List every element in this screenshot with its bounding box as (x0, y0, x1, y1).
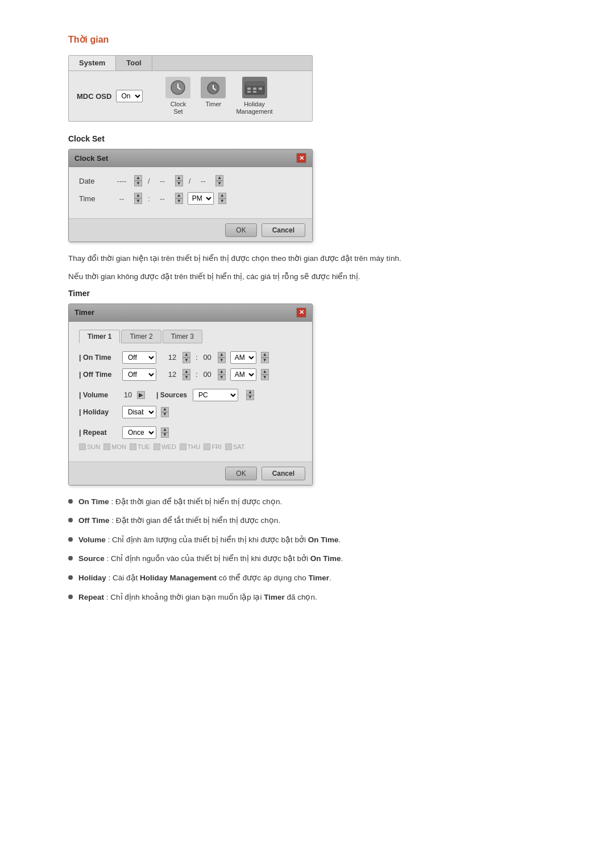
on-time-spin2-up[interactable]: ▲ (218, 352, 226, 358)
ampm-spin-down[interactable]: ▼ (218, 198, 226, 204)
time-field-row: Time -- ▲ ▼ : -- ▲ ▼ PM AM ▲ ▼ (79, 192, 302, 205)
clock-set-cancel-button[interactable]: Cancel (262, 223, 305, 237)
clock-icon (165, 77, 190, 98)
time-spin1-up[interactable]: ▲ (134, 193, 142, 198)
sources-spin-down[interactable]: ▼ (246, 395, 254, 400)
holiday-mgmt-icon-item[interactable]: HolidayManagement (236, 77, 272, 115)
off-time-spin2-down[interactable]: ▼ (218, 375, 226, 380)
timer-icon-item[interactable]: Timer (201, 77, 226, 115)
off-time-spin1-down[interactable]: ▼ (182, 375, 190, 380)
off-time-label: | Off Time (79, 371, 119, 379)
day-sun: SUN (79, 443, 100, 450)
day-wed-checkbox[interactable] (154, 443, 160, 450)
day-thu-checkbox[interactable] (180, 443, 186, 450)
time-spin1-down[interactable]: ▼ (134, 198, 142, 204)
date-sep2: / (189, 177, 191, 185)
date-spin3[interactable]: ▲ ▼ (215, 175, 223, 186)
date-spin1-up[interactable]: ▲ (134, 175, 142, 181)
volume-right-arrow[interactable]: ▶ (137, 391, 145, 399)
ampm-spin[interactable]: ▲ ▼ (218, 193, 226, 204)
timer-tab-3[interactable]: Timer 3 (163, 330, 202, 343)
bullet-source: Source : Chỉ định nguồn vào của thiết bị… (68, 553, 546, 565)
date-spin1-down[interactable]: ▼ (134, 181, 142, 186)
day-mon-checkbox[interactable] (103, 443, 110, 450)
repeat-row: | Repeat Once Daily Weekly ▲ ▼ (79, 426, 302, 439)
on-time-ampm[interactable]: AM PM (230, 351, 256, 364)
off-time-ampm-down[interactable]: ▼ (261, 375, 269, 380)
on-time-ampm-up[interactable]: ▲ (261, 352, 269, 358)
off-time-spin2[interactable]: ▲ ▼ (218, 369, 226, 380)
mdc-select[interactable]: On Off (116, 90, 143, 102)
sources-spin[interactable]: ▲ ▼ (246, 390, 253, 400)
on-time-spin1[interactable]: ▲ ▼ (182, 352, 190, 363)
timer-cancel-button[interactable]: Cancel (262, 467, 305, 480)
date-val3: -- (195, 177, 211, 185)
clock-set-icon-item[interactable]: ClockSet (165, 77, 190, 115)
day-fri-checkbox[interactable] (204, 443, 210, 450)
time-spin2-up[interactable]: ▲ (175, 193, 183, 198)
holiday-select[interactable]: Disable Enable (122, 406, 156, 418)
bullet-holiday: Holiday : Cài đặt Holiday Management có … (68, 572, 546, 584)
on-time-spin2-down[interactable]: ▼ (218, 358, 226, 363)
date-spin3-up[interactable]: ▲ (215, 175, 223, 181)
time-spin2-down[interactable]: ▼ (175, 198, 183, 204)
date-spin2-down[interactable]: ▼ (175, 181, 183, 186)
bullet-on-time-text: On Time : Đặt thời gian để bật thiết bị … (78, 496, 282, 508)
off-time-ampm-up[interactable]: ▲ (261, 369, 269, 375)
repeat-spin-down[interactable]: ▼ (161, 433, 169, 438)
day-fri: FRI (204, 443, 222, 450)
date-spin2-up[interactable]: ▲ (175, 175, 183, 181)
repeat-spin[interactable]: ▲ ▼ (161, 427, 168, 438)
svg-rect-6 (253, 88, 256, 90)
clock-set-close-button[interactable]: ✕ (296, 153, 306, 163)
date-spin2[interactable]: ▲ ▼ (175, 175, 183, 186)
on-time-ampm-spin[interactable]: ▲ ▼ (261, 352, 269, 363)
volume-label: | Volume (79, 391, 119, 399)
mdc-row: MDC OSD On Off (77, 90, 143, 102)
holiday-spin-down[interactable]: ▼ (161, 412, 169, 417)
days-row: SUN MON TUE WED THU FRI (79, 443, 302, 450)
day-tue-checkbox[interactable] (130, 443, 136, 450)
date-spin1[interactable]: ▲ ▼ (134, 175, 142, 186)
timer-close-button[interactable]: ✕ (296, 308, 306, 318)
timer-ok-button[interactable]: OK (225, 467, 256, 480)
time-val2: -- (155, 194, 171, 203)
tool-panel-body: MDC OSD On Off ClockSet (69, 71, 312, 121)
off-time-ampm-spin[interactable]: ▲ ▼ (261, 369, 269, 380)
day-mon: MON (103, 443, 126, 450)
tool-panel-tabs: System Tool (69, 56, 312, 71)
volume-sources-row: | Volume 10 ▶ | Sources PC HDMI TV ▲ ▼ (79, 389, 302, 401)
off-time-ampm[interactable]: AM PM (230, 368, 256, 381)
off-time-spin1[interactable]: ▲ ▼ (182, 369, 190, 380)
timer-tab-2[interactable]: Timer 2 (121, 330, 161, 343)
on-time-spin2[interactable]: ▲ ▼ (218, 352, 226, 363)
off-time-spin2-up[interactable]: ▲ (218, 369, 226, 375)
day-sun-checkbox[interactable] (79, 443, 86, 450)
on-time-spin1-up[interactable]: ▲ (182, 352, 190, 358)
date-spin3-down[interactable]: ▼ (215, 181, 223, 186)
clock-set-ok-button[interactable]: OK (225, 223, 256, 237)
bullet-off-time-text: Off Time : Đặt thời gian để tắt thiết bị… (78, 514, 280, 527)
timer-tab-1[interactable]: Timer 1 (79, 330, 120, 343)
time-spin1[interactable]: ▲ ▼ (134, 193, 142, 204)
off-time-select[interactable]: Off On (122, 368, 156, 381)
off-time-spin1-up[interactable]: ▲ (182, 369, 190, 375)
sources-select[interactable]: PC HDMI TV (193, 389, 238, 401)
ampm-spin-up[interactable]: ▲ (218, 193, 226, 198)
ampm-select[interactable]: PM AM (188, 192, 214, 205)
holiday-icon (242, 77, 267, 98)
off-time-row: | Off Time Off On 12 ▲ ▼ : 00 ▲ ▼ AM PM (79, 368, 302, 381)
tab-system[interactable]: System (69, 56, 116, 70)
on-time-select[interactable]: Off On (122, 351, 156, 364)
on-time-ampm-down[interactable]: ▼ (261, 358, 269, 363)
holiday-spin[interactable]: ▲ ▼ (161, 407, 168, 417)
tool-panel: System Tool MDC OSD On Off ClockSet (68, 55, 313, 122)
on-time-row: | On Time Off On 12 ▲ ▼ : 00 ▲ ▼ AM PM ▲ (79, 351, 302, 364)
day-tue-label: TUE (138, 443, 150, 450)
repeat-select[interactable]: Once Daily Weekly (122, 426, 156, 439)
mdc-label: MDC OSD (77, 92, 111, 101)
on-time-spin1-down[interactable]: ▼ (182, 358, 190, 363)
tab-tool[interactable]: Tool (116, 56, 152, 70)
time-spin2[interactable]: ▲ ▼ (175, 193, 183, 204)
day-sat-checkbox[interactable] (225, 443, 232, 450)
